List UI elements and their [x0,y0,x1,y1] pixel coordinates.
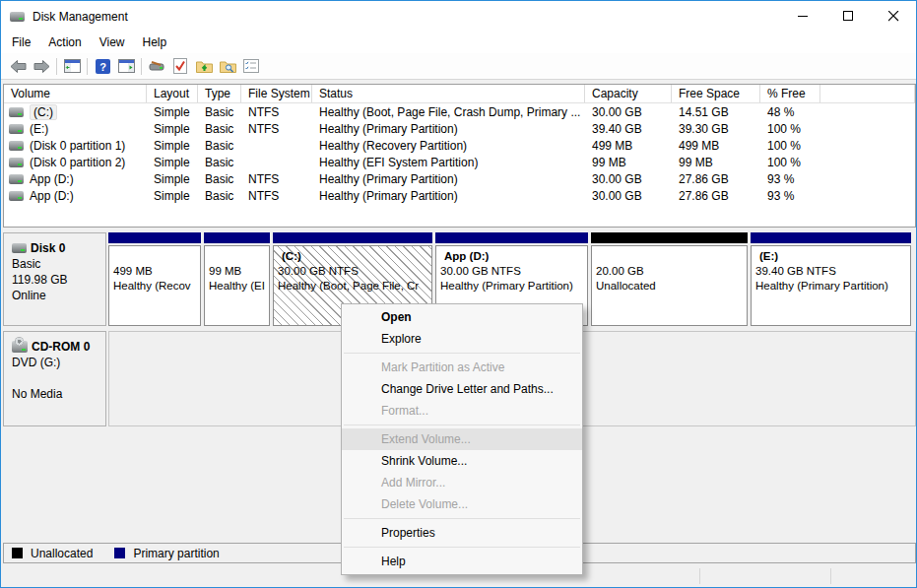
primary-partition-bar [204,232,270,243]
table-row[interactable]: (C:) Simple Basic NTFS Healthy (Boot, Pa… [4,103,915,120]
menu-help[interactable]: Help [134,33,176,52]
cell-status: Healthy (EFI System Partition) [312,156,585,169]
partition-block-e[interactable]: (E:) 39.40 GB NTFS Healthy (Primary Part… [751,232,911,326]
cell-fs: NTFS [241,105,312,119]
partition-block-recovery[interactable]: 499 MB Healthy (Recov [108,232,201,326]
folder-up-icon [196,59,213,73]
cell-status: Healthy (Primary Partition) [312,189,585,203]
volume-name: (Disk 0 partition 1) [30,139,125,153]
menu-separator [344,547,580,548]
table-row[interactable]: App (D:) Simple Basic NTFS Healthy (Prim… [4,170,915,187]
primary-partition-bar [108,232,201,243]
cell-pct-free: 100 % [760,122,820,136]
menu-item-change-drive-letter[interactable]: Change Drive Letter and Paths... [342,378,582,400]
cell-layout: Simple [147,156,198,169]
partition-status: Healthy (Primary Partition) [755,279,908,294]
partition-status: Healthy (Boot, Page File, Cr [278,279,429,294]
menu-item-explore[interactable]: Explore [342,328,582,350]
cdrom-name: CD-ROM 0 [32,339,90,355]
primary-partition-bar [435,232,588,243]
table-row[interactable]: (E:) Simple Basic NTFS Healthy (Primary … [4,120,915,137]
partition-title: (C:) [278,249,429,264]
cell-capacity: 499 MB [585,139,672,153]
cell-status: Healthy (Primary Partition) [312,172,585,186]
column-header-capacity[interactable]: Capacity [585,85,672,102]
forward-button[interactable] [30,55,53,77]
volume-list-panel: Volume Layout Type File System Status Ca… [3,84,916,228]
cell-pct-free: 48 % [760,105,820,119]
cell-status: Healthy (Recovery Partition) [312,139,585,153]
disk-management-window: Disk Management File Action View Help [0,0,917,588]
partition-status: Unallocated [596,279,745,294]
cell-type: Basic [198,156,241,169]
table-row[interactable]: App (D:) Simple Basic NTFS Healthy (Prim… [4,187,915,204]
menu-item-extend-volume: Extend Volume... [342,428,582,450]
minimize-button[interactable] [780,1,825,32]
menu-item-format: Format... [342,400,582,422]
partition-size: 99 MB [209,264,267,279]
maximize-button[interactable] [825,1,871,32]
checklist-button[interactable] [239,55,263,77]
menu-item-help[interactable]: Help [342,551,582,572]
cell-free-space: 39.30 GB [672,122,760,136]
maximize-icon [843,11,854,22]
cell-type: Basic [198,122,241,136]
console-tree-icon [64,59,81,73]
menu-item-open[interactable]: Open [342,306,582,328]
disk0-label-panel[interactable]: Disk 0 Basic 119.98 GB Online [3,232,106,326]
unallocated-swatch [12,548,23,558]
legend-unallocated: Unallocated [12,547,93,560]
unallocated-bar [591,232,748,243]
column-header-free-space[interactable]: Free Space [672,85,760,102]
volume-icon [9,191,24,201]
table-row[interactable]: (Disk 0 partition 2) Simple Basic Health… [4,154,915,170]
partition-block-unallocated[interactable]: 20.00 GB Unallocated [591,232,748,326]
volume-icon [9,124,24,134]
disk-tool-button[interactable] [145,55,168,77]
help-button[interactable]: ? [91,55,114,77]
cell-free-space: 27.86 GB [672,172,760,186]
partition-title [596,249,745,264]
menu-item-shrink-volume[interactable]: Shrink Volume... [342,450,582,472]
cell-layout: Simple [147,172,198,186]
column-header-status[interactable]: Status [312,85,585,102]
menu-item-properties[interactable]: Properties [342,522,582,544]
legend-primary-partition: Primary partition [114,547,219,560]
column-header-type[interactable]: Type [198,85,241,102]
volume-icon [9,174,24,184]
menu-item-delete-volume: Delete Volume... [342,493,582,515]
volume-icon [9,141,24,151]
checklist-icon [243,59,259,73]
menu-file[interactable]: File [3,33,39,52]
cell-layout: Simple [147,139,198,153]
column-header-layout[interactable]: Layout [147,85,198,102]
column-header-volume[interactable]: Volume [4,85,147,102]
cell-free-space: 14.51 GB [672,105,760,119]
forward-icon [33,59,50,74]
close-button[interactable] [871,1,916,32]
back-button[interactable] [6,55,30,77]
folder-search-button[interactable] [216,55,239,77]
volume-name: (Disk 0 partition 2) [30,156,125,169]
cdrom-label-panel[interactable]: CD-ROM 0 DVD (G:) No Media [3,331,106,426]
menu-separator [344,425,580,425]
title-bar: Disk Management [1,1,916,32]
table-row[interactable]: (Disk 0 partition 1) Simple Basic Health… [4,137,915,154]
cell-pct-free: 93 % [760,172,820,186]
column-header-pct-free[interactable]: % Free [760,85,820,102]
show-action-pane-button[interactable] [114,55,138,77]
cell-fs: NTFS [241,122,312,136]
cdrom-icon [12,341,28,353]
toolbar: ? [1,53,916,80]
volume-icon [9,158,24,167]
show-console-tree-button[interactable] [60,55,84,77]
partition-block-efi[interactable]: 99 MB Healthy (EI [204,232,270,326]
menu-action[interactable]: Action [39,33,90,52]
folder-up-button[interactable] [192,55,216,77]
volume-name: (C:) [30,104,57,120]
menu-view[interactable]: View [91,33,134,52]
app-disk-icon [10,12,25,22]
column-header-file-system[interactable]: File System [241,85,312,102]
partition-title: (E:) [755,249,908,264]
check-status-button[interactable] [168,55,192,77]
